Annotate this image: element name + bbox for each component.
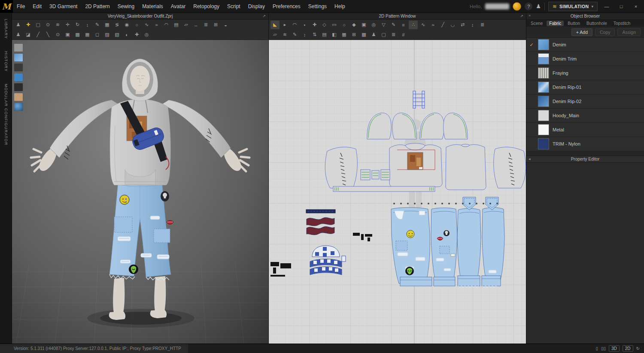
rotate-icon[interactable]: ↻ — [73, 21, 82, 29]
pattern-sleeve-left[interactable] — [325, 147, 357, 188]
menu-item[interactable]: Preferences — [269, 0, 304, 13]
show-avatar-icon[interactable]: ♟ — [14, 30, 23, 39]
front-line-icon[interactable]: ╱ — [33, 30, 43, 39]
toggle-2d[interactable]: 2D — [623, 345, 633, 352]
fabric-row-denim-rip-02[interactable]: ✓ Denim Rip-02 — [526, 94, 644, 109]
menu-item[interactable]: Avatar — [167, 0, 189, 13]
circle-icon[interactable]: ○ — [340, 21, 349, 29]
show-silhouette-icon[interactable]: ♟ — [369, 30, 378, 39]
menu-item[interactable]: Retopology — [189, 0, 223, 13]
add-button[interactable]: + Add — [571, 28, 592, 36]
edit-sewing-icon[interactable]: ╱ — [438, 21, 447, 29]
zipper-icon[interactable]: ≶ — [112, 21, 122, 29]
menu-item[interactable]: Materials — [138, 0, 167, 13]
pattern-jeans-front-right[interactable] — [431, 208, 457, 283]
sync-2d-3d-icon[interactable]: ⇅ — [310, 30, 319, 39]
toggle-3d[interactable]: 3D — [609, 345, 620, 352]
fabric-row-metal[interactable]: ✓ Metal — [526, 123, 644, 137]
snap-grid-icon[interactable]: ▩ — [359, 30, 368, 39]
fabric-row-trim-nylon[interactable]: ✓ TRIM - Nylon — [526, 137, 644, 151]
collapse-property-icon[interactable]: ◂ — [529, 157, 531, 161]
tape-icon[interactable]: ↔ — [191, 21, 200, 29]
shirring-icon[interactable]: ≈ — [152, 21, 161, 29]
rectangle-icon[interactable]: ▭ — [330, 21, 339, 29]
tab-scene[interactable]: Scene — [528, 21, 545, 26]
copy-button[interactable]: Copy — [595, 28, 615, 36]
select-box-icon[interactable]: ▢ — [33, 21, 43, 29]
menu-item[interactable]: Sewing — [114, 0, 138, 13]
tab-buttonhole[interactable]: Buttonhole — [584, 21, 610, 26]
transparency-icon[interactable]: ◻ — [93, 30, 102, 39]
quilt-icon[interactable]: # — [399, 30, 408, 39]
3d-viewport-canvas[interactable] — [12, 40, 268, 344]
menu-item[interactable]: Settings — [304, 0, 331, 13]
ruler-icon[interactable]: ≣ — [389, 30, 398, 39]
layers-icon[interactable]: ▤ — [320, 30, 329, 39]
edit-pattern-icon[interactable]: ▸ — [280, 21, 289, 29]
pattern-bodice-front[interactable] — [389, 143, 442, 187]
detach-window-icon[interactable]: ↗ — [520, 14, 523, 18]
pattern-jeans-back-left[interactable] — [457, 208, 481, 282]
free-sewing-icon[interactable]: ∿ — [419, 21, 428, 29]
edit-curve-point-icon[interactable]: • — [300, 21, 309, 29]
pattern-sleeve-right[interactable] — [494, 147, 526, 188]
show-grid-icon[interactable]: ⊞ — [349, 30, 358, 39]
button-icon[interactable]: ◉ — [122, 21, 131, 29]
flatten-icon[interactable]: ▱ — [182, 21, 191, 29]
pattern-waistbands-bottom[interactable] — [400, 276, 501, 287]
grid-icon[interactable]: ⊞ — [211, 21, 220, 29]
pattern-jeans-back-right[interactable] — [482, 207, 504, 281]
dart-icon[interactable]: ▽ — [379, 21, 388, 29]
show-annotation-icon[interactable]: ✎ — [290, 30, 299, 39]
tab-button[interactable]: Button — [565, 21, 583, 26]
seam-allowance-icon[interactable]: ≡ — [399, 21, 408, 29]
menu-item[interactable]: Display — [244, 0, 269, 13]
close-button[interactable]: × — [630, 2, 641, 11]
transform-pattern-icon[interactable]: ◣ — [270, 21, 279, 29]
pane-single-icon[interactable]: ▯ — [595, 346, 598, 351]
sync-icon[interactable]: ↻ — [636, 346, 640, 351]
mesh-view-icon[interactable]: ▦ — [83, 30, 92, 39]
internal-circle-icon[interactable]: ◎ — [369, 21, 378, 29]
menu-item[interactable]: 2D Pattern — [81, 0, 113, 13]
sewing-icon[interactable]: ≋ — [53, 21, 62, 29]
2d-pattern-canvas[interactable] — [269, 40, 526, 344]
segment-sewing-icon[interactable]: ≈ — [428, 21, 437, 29]
pattern-cuffs[interactable] — [361, 170, 390, 180]
fold-arrangement-icon[interactable]: ◠ — [162, 21, 171, 29]
show-accessories-toggle[interactable] — [14, 83, 23, 91]
pattern-webbing-strap[interactable] — [306, 210, 335, 213]
tack-icon[interactable]: ∴ — [409, 21, 418, 29]
simulate-icon[interactable]: ♟ — [14, 21, 23, 29]
texture-2d-icon[interactable]: ▦ — [340, 30, 349, 39]
edit-texture-icon[interactable]: ▦ — [103, 21, 112, 29]
edit-curvature-icon[interactable]: ◠ — [290, 21, 299, 29]
rail-tab-history[interactable]: HISTORY — [4, 51, 8, 72]
collapse-panel-icon[interactable]: » — [529, 13, 531, 18]
menu-item[interactable]: Edit — [29, 0, 46, 13]
fabric-row-denim-trim[interactable]: ✓ Denim Trim — [526, 52, 644, 66]
stress-map-icon[interactable]: ▨ — [103, 30, 112, 39]
pressure-map-icon[interactable]: ◐ — [122, 30, 131, 39]
maximize-button[interactable]: □ — [616, 2, 627, 11]
pattern-outline-icon[interactable]: ▱ — [270, 30, 279, 39]
assign-button[interactable]: Assign — [617, 28, 641, 36]
detach-window-icon[interactable]: ↗ — [262, 14, 266, 18]
fabric-row-fraying[interactable]: ✓ Fraying — [526, 66, 644, 80]
tab-topstitch[interactable]: Topstitch — [611, 21, 633, 26]
account-avatar-icon[interactable] — [513, 2, 521, 11]
show-garment-icon[interactable]: ◪ — [24, 30, 33, 39]
measure-2d-icon[interactable]: ≣ — [478, 21, 487, 29]
fit-view-icon[interactable]: ▢ — [379, 30, 388, 39]
show-garment-toggle[interactable] — [14, 53, 23, 62]
thick-texture-icon[interactable]: ▩ — [73, 30, 82, 39]
show-avatar-toggle[interactable] — [14, 43, 23, 52]
back-line-icon[interactable]: ╲ — [43, 30, 52, 39]
minimize-button[interactable]: — — [601, 2, 612, 11]
pattern-bodice-back[interactable] — [446, 144, 486, 190]
internal-rectangle-icon[interactable]: ▣ — [359, 21, 368, 29]
grainline-icon[interactable]: ↕ — [468, 21, 477, 29]
pattern-jeans-front-left[interactable] — [391, 207, 430, 283]
polygon-icon[interactable]: ◇ — [320, 21, 329, 29]
scene-light-toggle[interactable] — [14, 103, 23, 111]
